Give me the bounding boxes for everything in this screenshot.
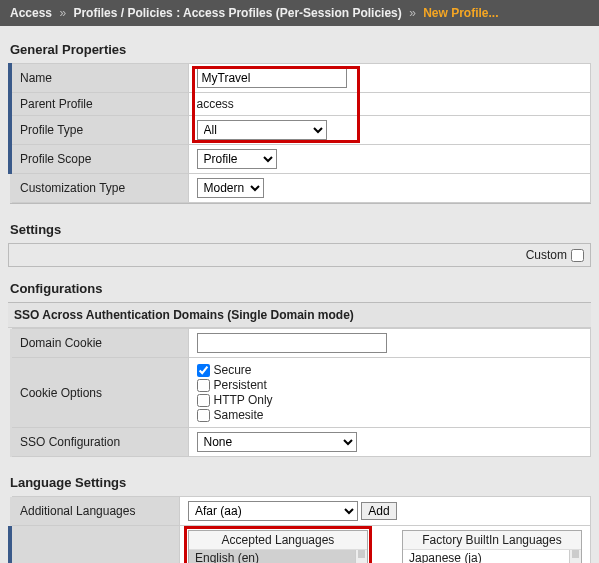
factory-language-item[interactable]: Japanese (ja) <box>403 550 581 563</box>
domain-cookie-input[interactable] <box>197 333 387 353</box>
additional-languages-select[interactable]: Afar (aa) <box>188 501 358 521</box>
factory-languages-listbox[interactable]: Factory BuiltIn Languages Japanese (ja) … <box>402 530 582 563</box>
settings-header: Settings <box>8 214 591 243</box>
profile-scope-select[interactable]: Profile <box>197 149 277 169</box>
breadcrumb-sep: » <box>409 6 416 20</box>
breadcrumb-current: New Profile... <box>423 6 498 20</box>
parent-profile-label: Parent Profile <box>10 93 188 116</box>
language-settings-table: Additional Languages Afar (aa) Add Langu… <box>8 496 591 563</box>
custom-label: Custom <box>526 248 567 262</box>
cookie-options-label: Cookie Options <box>10 358 188 428</box>
samesite-checkbox[interactable] <box>197 409 210 422</box>
sso-header: SSO Across Authentication Domains (Singl… <box>8 302 591 328</box>
breadcrumb-root[interactable]: Access <box>10 6 52 20</box>
persistent-checkbox[interactable] <box>197 379 210 392</box>
breadcrumb-sep: » <box>59 6 66 20</box>
parent-profile-value: access <box>188 93 591 116</box>
name-label: Name <box>10 64 188 93</box>
profile-scope-label: Profile Scope <box>10 145 188 174</box>
general-properties-table: Name Parent Profile access Profile Type … <box>8 63 591 204</box>
secure-checkbox[interactable] <box>197 364 210 377</box>
scrollbar[interactable] <box>355 550 367 563</box>
sso-configuration-select[interactable]: None <box>197 432 357 452</box>
accepted-language-item[interactable]: English (en) <box>189 550 367 563</box>
scrollbar[interactable] <box>569 550 581 563</box>
sso-table: Domain Cookie Cookie Options Secure Pers… <box>8 328 591 457</box>
breadcrumb: Access » Profiles / Policies : Access Pr… <box>0 0 599 26</box>
customization-type-select[interactable]: Modern <box>197 178 264 198</box>
custom-checkbox[interactable] <box>571 249 584 262</box>
breadcrumb-path[interactable]: Profiles / Policies : Access Profiles (P… <box>73 6 401 20</box>
profile-type-select[interactable]: All <box>197 120 327 140</box>
accepted-languages-listbox[interactable]: Accepted Languages English (en) <box>188 530 368 563</box>
general-properties-header: General Properties <box>8 34 591 63</box>
persistent-label: Persistent <box>214 378 267 392</box>
httponly-label: HTTP Only <box>214 393 273 407</box>
name-input[interactable] <box>197 68 347 88</box>
configurations-header: Configurations <box>8 273 591 302</box>
settings-custom-row: Custom <box>8 243 591 267</box>
domain-cookie-label: Domain Cookie <box>10 329 188 358</box>
secure-label: Secure <box>214 363 252 377</box>
sso-configuration-label: SSO Configuration <box>10 428 188 457</box>
languages-label: Languages <box>10 526 180 564</box>
samesite-label: Samesite <box>214 408 264 422</box>
profile-type-label: Profile Type <box>10 116 188 145</box>
add-language-button[interactable]: Add <box>361 502 396 520</box>
additional-languages-label: Additional Languages <box>10 497 180 526</box>
customization-type-label: Customization Type <box>10 174 188 203</box>
factory-languages-header: Factory BuiltIn Languages <box>403 531 581 550</box>
language-settings-header: Language Settings <box>8 467 591 496</box>
httponly-checkbox[interactable] <box>197 394 210 407</box>
accepted-languages-header: Accepted Languages <box>189 531 367 550</box>
